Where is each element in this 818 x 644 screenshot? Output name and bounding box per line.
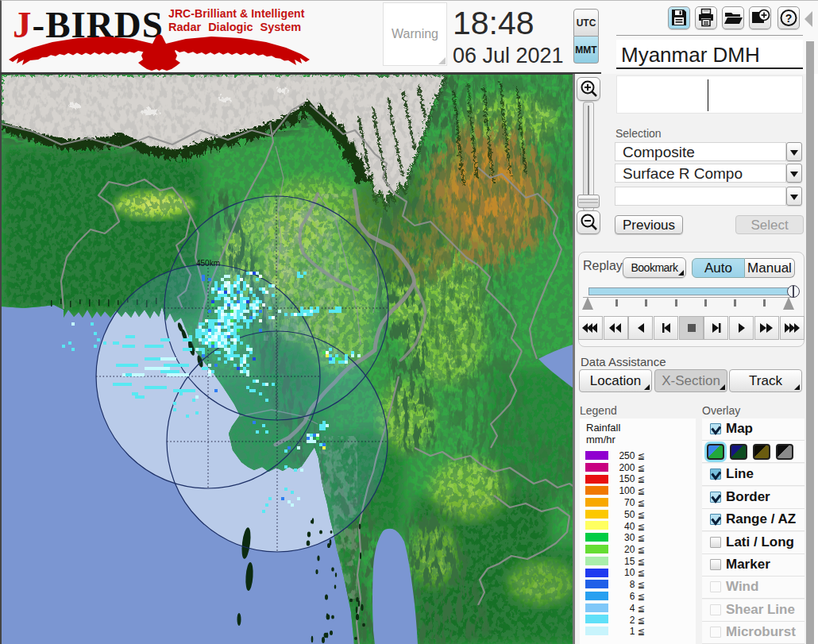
svg-text:450km: 450km xyxy=(196,259,220,268)
svg-text:?: ? xyxy=(785,12,793,25)
